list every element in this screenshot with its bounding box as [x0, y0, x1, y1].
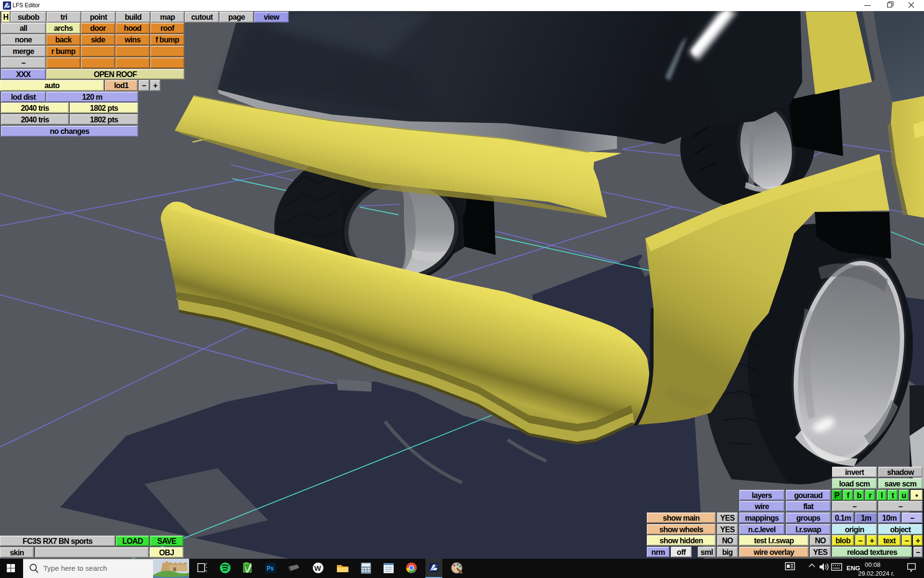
svg-text:Ps: Ps: [267, 565, 274, 572]
svg-text:W: W: [314, 564, 321, 572]
svg-text:Type here to search: Type here to search: [43, 564, 107, 572]
svg-text:00:08: 00:08: [865, 561, 881, 568]
svg-text:29.02.2024 г.: 29.02.2024 г.: [858, 570, 894, 577]
